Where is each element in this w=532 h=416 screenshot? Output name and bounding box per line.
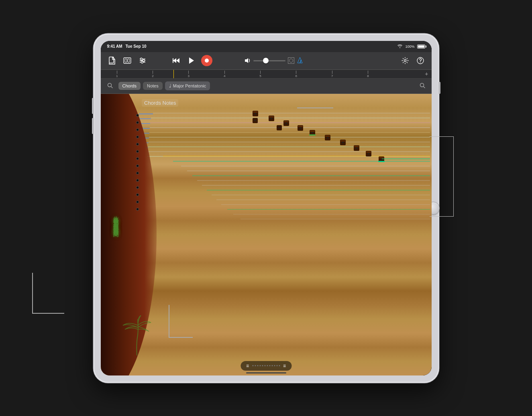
tempo-circle <box>288 57 294 64</box>
rewind-button[interactable] <box>169 54 183 67</box>
svg-marker-11 <box>176 58 179 63</box>
status-date: Tue Sep 10 <box>125 44 146 49</box>
screen-content: 9:41 AM Tue Sep 10 100% <box>101 41 432 375</box>
playhead[interactable] <box>173 70 174 78</box>
svg-line-19 <box>111 86 112 88</box>
svg-rect-2 <box>125 59 127 62</box>
svg-marker-13 <box>189 57 194 64</box>
svg-point-15 <box>404 60 406 62</box>
volume-icon <box>245 58 251 63</box>
search-right-button[interactable] <box>416 81 428 91</box>
metronome-button[interactable] <box>297 57 303 65</box>
top-annotation-line <box>297 108 333 108</box>
add-measure-button[interactable]: + <box>425 71 428 77</box>
chinese-text: 此曲祇應天上有人間能得幾回聞 <box>112 212 120 229</box>
home-indicator <box>246 372 286 373</box>
note-icon: ♩ <box>169 83 171 89</box>
right-annotation-bracket <box>430 136 454 217</box>
mixer-button[interactable] <box>135 54 150 67</box>
notes-button[interactable]: Notes <box>143 82 163 90</box>
scale-selector[interactable]: ♩ Major Pentatonic <box>165 81 210 90</box>
help-button[interactable] <box>413 54 428 67</box>
svg-rect-12 <box>173 58 173 63</box>
volume-slider[interactable] <box>253 60 285 61</box>
instrument-area[interactable]: 此曲祇應天上有人間能得幾回聞 <box>101 94 432 375</box>
volume-up-button[interactable] <box>92 98 94 114</box>
svg-line-14 <box>300 60 301 63</box>
chords-notes-label: Chords Notes <box>142 99 178 107</box>
scale-toolbar: Chords Notes ♩ Major Pentatonic <box>101 79 432 94</box>
toolbar-right-group <box>398 54 428 67</box>
main-toolbar <box>101 52 432 70</box>
status-bar: 9:41 AM Tue Sep 10 100% <box>101 41 432 52</box>
settings-button[interactable] <box>398 54 412 67</box>
palm-decoration <box>121 315 155 355</box>
toolbar-left-group <box>105 54 150 67</box>
svg-point-7 <box>140 58 142 60</box>
svg-point-17 <box>420 62 421 63</box>
search-left-button[interactable] <box>104 81 116 91</box>
bottom-annotation-line-horiz <box>169 337 193 338</box>
volume-slider-area <box>233 57 314 65</box>
svg-line-21 <box>423 86 425 88</box>
pegs-area <box>136 114 139 211</box>
play-button[interactable] <box>184 54 199 67</box>
svg-rect-3 <box>128 59 130 62</box>
record-button[interactable] <box>200 54 214 67</box>
bottom-strings-bar[interactable]: ≡ ≡ <box>241 361 291 371</box>
left-annotation-line-vert <box>32 273 33 313</box>
status-time: 9:41 AM <box>107 44 122 49</box>
dots-row <box>252 365 280 366</box>
transport-controls <box>151 54 232 67</box>
timeline-ruler[interactable]: 1 2 3 4 5 <box>101 70 432 79</box>
volume-down-button[interactable] <box>92 118 94 134</box>
document-button[interactable] <box>105 54 119 67</box>
svg-marker-10 <box>173 58 176 63</box>
bottom-annotation-line-vert <box>169 305 169 337</box>
strings-left-icon: ≡ <box>246 363 249 369</box>
screen-bezel: 9:41 AM Tue Sep 10 100% <box>101 41 432 375</box>
wifi-icon <box>397 44 403 49</box>
battery-status: 100% <box>405 45 414 49</box>
svg-point-9 <box>141 61 143 63</box>
battery-icon <box>417 45 425 49</box>
power-button[interactable] <box>438 82 440 94</box>
svg-point-8 <box>143 60 145 62</box>
multitrack-button[interactable] <box>120 54 135 67</box>
left-annotation-line-horiz <box>32 313 64 314</box>
chords-button[interactable]: Chords <box>118 82 141 90</box>
ipad-device: 9:41 AM Tue Sep 10 100% <box>94 34 439 383</box>
strings-right-icon: ≡ <box>283 363 286 369</box>
